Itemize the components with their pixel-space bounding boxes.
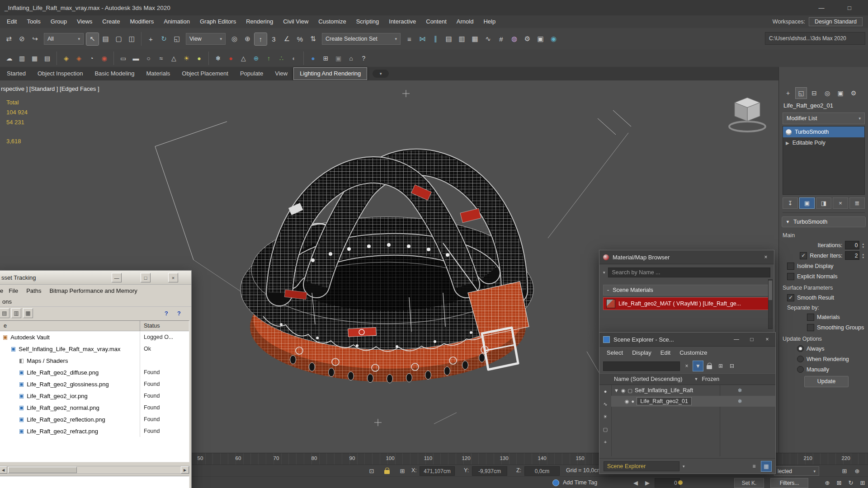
- select-and-move-icon[interactable]: +: [145, 33, 157, 45]
- menu-item-animation[interactable]: Animation: [159, 15, 195, 28]
- display-tab[interactable]: ▣: [835, 88, 846, 99]
- object-name-field[interactable]: Life_Raft_geo2_01: [783, 102, 864, 109]
- spinner-render-iters[interactable]: ▴▾: [862, 253, 864, 259]
- checkbox-explicit-normals[interactable]: [787, 273, 794, 280]
- expander-icon[interactable]: ▼: [614, 388, 619, 393]
- clear-search-icon[interactable]: ×: [682, 361, 692, 371]
- menu-item-scripting[interactable]: Scripting: [351, 15, 384, 28]
- window-crossing-icon[interactable]: ◫: [126, 33, 138, 45]
- add-time-tag-label[interactable]: Add Time Tag: [563, 479, 597, 486]
- list-view-icon[interactable]: ▤: [0, 308, 9, 318]
- add-to-selection-icon[interactable]: ⊞: [716, 361, 726, 371]
- dark-sphere-icon[interactable]: ◐: [288, 53, 300, 64]
- key-filters-button[interactable]: Filters...: [770, 478, 808, 488]
- sun-light-icon[interactable]: ☀: [181, 53, 192, 64]
- modify-tab[interactable]: ◱: [796, 88, 807, 99]
- remove-modifier-button[interactable]: ×: [833, 197, 848, 209]
- minimize-button[interactable]: —: [732, 336, 741, 343]
- menu-item-rendering[interactable]: Rendering: [241, 15, 278, 28]
- menu-item-display[interactable]: Display: [627, 349, 656, 356]
- modifier-list-dropdown[interactable]: Modifier List ▾: [783, 113, 865, 124]
- maximize-button[interactable]: □: [141, 273, 151, 282]
- selected-sets-combo[interactable]: lected ▾: [774, 466, 819, 476]
- slate-material-editor-icon[interactable]: ▥: [16, 53, 28, 64]
- material-search-input[interactable]: Search by Name ...: [608, 267, 770, 277]
- explorer-name-field[interactable]: Scene Explorer: [604, 461, 679, 471]
- ribbon-tab-populate[interactable]: Populate: [234, 67, 269, 80]
- orbit-icon[interactable]: ↻: [846, 478, 855, 487]
- ribbon-tab-materials[interactable]: Materials: [141, 67, 176, 80]
- select-and-link-icon[interactable]: ⇄: [3, 33, 15, 45]
- help-icon[interactable]: ?: [358, 53, 369, 64]
- expand-right-icon[interactable]: ▶: [786, 141, 789, 145]
- scrollbar-thumb[interactable]: [8, 467, 77, 473]
- zoom-icon[interactable]: ⊕: [823, 478, 832, 487]
- viewport-label[interactable]: rspective ] [Standard ] [Edged Faces ]: [1, 85, 99, 92]
- table-row[interactable]: ▣Life_Raft_geo2_glossiness.pngFound: [0, 378, 189, 390]
- cone-primitive-icon[interactable]: △: [168, 53, 179, 64]
- scene-explorer-header[interactable]: Name (Sorted Descending) ▼ Frozen: [599, 373, 775, 385]
- ribbon-minimize-arrow[interactable]: ▾: [373, 70, 389, 78]
- rendered-frame-window-icon[interactable]: ▣: [534, 33, 547, 45]
- menu-item-content[interactable]: Content: [421, 15, 452, 28]
- menu-item-customize[interactable]: Customize: [675, 349, 712, 356]
- explorer-list-icon[interactable]: ≡: [749, 461, 759, 471]
- material-editor-icon[interactable]: ◍: [508, 33, 520, 45]
- percent-snap-icon[interactable]: %: [294, 33, 306, 45]
- x-coordinate-field[interactable]: 471,107cm: [420, 466, 455, 476]
- menu-item-file[interactable]: File: [5, 287, 22, 294]
- unlink-selection-icon[interactable]: ⊘: [16, 33, 28, 45]
- isolate-selection-icon[interactable]: ⊡: [367, 466, 376, 475]
- minimize-button[interactable]: —: [816, 5, 826, 11]
- material-scrollbar[interactable]: [768, 279, 773, 329]
- z-coordinate-field[interactable]: 0,0cm: [524, 466, 560, 476]
- close-icon[interactable]: ×: [763, 336, 772, 343]
- table-row[interactable]: ▣Life_Raft_geo2_normal.pngFound: [0, 402, 189, 413]
- modifier-stack-item[interactable]: TurboSmooth: [783, 127, 864, 137]
- snowflake-icon[interactable]: ❄: [212, 53, 224, 64]
- menu-item-edit[interactable]: Edit: [656, 349, 675, 356]
- eye-icon[interactable]: ◉: [625, 399, 629, 404]
- mirror-icon[interactable]: ⋈: [416, 33, 429, 45]
- menu-item-interactive[interactable]: Interactive: [384, 15, 421, 28]
- value-field-render-iters[interactable]: 2: [845, 251, 859, 260]
- scroll-left-icon[interactable]: ◀: [0, 466, 7, 474]
- checkbox-materials[interactable]: [807, 314, 814, 321]
- horizontal-scrollbar[interactable]: ◀ ▶: [0, 466, 189, 474]
- menu-item-bitmap-performance-and-memory[interactable]: Bitmap Performance and Memory: [45, 287, 141, 294]
- utilities-tab[interactable]: ⚙: [848, 88, 859, 99]
- current-frame-field[interactable]: 0: [655, 478, 680, 488]
- sphere-primitive-icon[interactable]: ●: [193, 53, 205, 64]
- display-lights-icon[interactable]: ☀: [601, 412, 610, 421]
- menu-item-tools[interactable]: Tools: [22, 15, 45, 28]
- select-and-rotate-icon[interactable]: ↻: [158, 33, 170, 45]
- ribbon-tab-started[interactable]: Started: [1, 67, 32, 80]
- column-sort-icon[interactable]: ▼: [694, 377, 698, 381]
- menu-item-civil-view[interactable]: Civil View: [278, 15, 313, 28]
- menu-item-views[interactable]: Views: [72, 15, 97, 28]
- pin-stack-button[interactable]: ↧: [783, 197, 798, 209]
- maximize-button[interactable]: □: [844, 5, 854, 11]
- menu-item-create[interactable]: Create: [97, 15, 125, 28]
- make-unique-button[interactable]: ◨: [816, 197, 831, 209]
- color-samples-icon[interactable]: ◉: [99, 53, 110, 64]
- group-icon[interactable]: ▢: [628, 388, 632, 394]
- spinner-iterations[interactable]: ▴▾: [862, 242, 864, 249]
- radio-always[interactable]: [797, 345, 804, 352]
- maximize-button[interactable]: □: [747, 336, 756, 343]
- name-column-header[interactable]: Name (Sorted Descending): [614, 376, 682, 382]
- radio-manually[interactable]: [797, 366, 804, 373]
- chevron-down-icon[interactable]: ▾: [603, 270, 605, 275]
- rectangular-selection-region-icon[interactable]: ▢: [113, 33, 125, 45]
- configure-modifier-sets-button[interactable]: ≣: [849, 197, 865, 209]
- dot-icon[interactable]: ●: [632, 399, 635, 404]
- scene-explorer-title-bar[interactable]: Scene Explorer - Sce... — □ ×: [599, 333, 775, 347]
- info-icon[interactable]: ?: [175, 309, 183, 317]
- radio-when-rendering[interactable]: [797, 356, 804, 362]
- display-geometry-icon[interactable]: ●: [601, 387, 610, 396]
- table-row[interactable]: ▣Self_Inflating_Life_Raft_max_vray.maxOk: [0, 343, 189, 355]
- reference-coordinate-system-combo[interactable]: View▾: [186, 33, 226, 45]
- selection-lock-icon[interactable]: [382, 466, 392, 475]
- plane-primitive-icon[interactable]: ▭: [118, 53, 129, 64]
- menu-item-modifiers[interactable]: Modifiers: [125, 15, 159, 28]
